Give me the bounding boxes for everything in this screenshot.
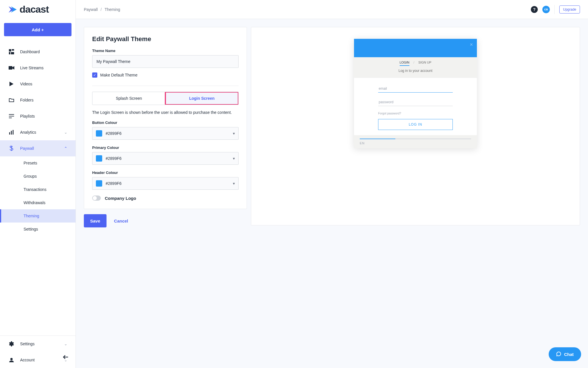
sidebar-item-label: Settings (24, 227, 38, 231)
help-icon[interactable]: ? (531, 6, 538, 13)
avatar[interactable]: CB (542, 6, 550, 13)
sidebar-subitem-groups[interactable]: Groups (0, 170, 76, 183)
sidebar-item-label: Theming (24, 214, 39, 218)
list-icon (8, 114, 15, 118)
cancel-button[interactable]: Cancel (114, 218, 128, 223)
sidebar-item-label: Settings (20, 342, 35, 346)
primary-colour-select[interactable]: #2899F6 ▾ (92, 152, 239, 165)
colour-swatch (96, 155, 102, 162)
sidebar-subitem-presets[interactable]: Presets (0, 156, 76, 170)
chevron-down-icon: ▾ (233, 131, 235, 136)
tab-splash-screen[interactable]: Splash Screen (92, 92, 165, 105)
breadcrumb-separator: / (100, 7, 102, 12)
bars-icon (8, 130, 15, 135)
save-button[interactable]: Save (84, 214, 107, 227)
preview-tab-login[interactable]: LOGIN (400, 61, 409, 66)
divider (92, 86, 239, 86)
sidebar-item-dashboard[interactable]: Dashboard (0, 44, 76, 60)
company-logo-toggle[interactable] (92, 195, 101, 201)
chevron-down-icon: ▾ (233, 181, 235, 186)
breadcrumb: Paywall / Theming (84, 7, 120, 12)
topbar: Paywall / Theming ? CB Upgrade (76, 0, 588, 19)
divider (554, 5, 555, 14)
login-screen-description: The Login Screen is shown before the use… (92, 110, 239, 115)
chat-button[interactable]: Chat (549, 347, 581, 361)
sidebar-item-paywall[interactable]: Paywall ⌃ (0, 140, 76, 156)
edit-theme-panel: Edit Paywall Theme Theme Name ✓ Make Def… (84, 27, 247, 209)
button-colour-label: Button Colour (92, 120, 239, 125)
svg-point-12 (10, 358, 13, 360)
sidebar-item-label: Account (20, 358, 35, 362)
collapse-sidebar-button[interactable] (62, 354, 69, 361)
chat-label: Chat (564, 352, 574, 357)
person-icon (8, 358, 15, 362)
preview-language[interactable]: EN (360, 141, 471, 145)
logo[interactable]: dacast (0, 0, 76, 19)
add-button[interactable]: Add + (4, 23, 71, 36)
sidebar-subitem-withdrawals[interactable]: Withdrawals (0, 196, 76, 209)
sidebar-item-analytics[interactable]: Analytics ⌄ (0, 124, 76, 140)
preview-forgot-password[interactable]: Forgot password? (378, 112, 453, 115)
preview-email-input[interactable]: email (378, 85, 453, 93)
sidebar-subitem-settings[interactable]: Settings (0, 223, 76, 236)
sidebar-item-label: Playlists (20, 114, 35, 118)
sidebar-subitem-transactions[interactable]: Transactions (0, 183, 76, 196)
chevron-up-icon: ⌃ (64, 146, 67, 151)
sidebar-item-folders[interactable]: Folders (0, 92, 76, 108)
chevron-down-icon: ▾ (233, 156, 235, 161)
chevron-down-icon: ⌄ (64, 130, 67, 135)
theme-name-input[interactable] (92, 55, 239, 68)
primary-colour-label: Primary Colour (92, 145, 239, 150)
preview-login-button[interactable]: LOG IN (378, 119, 453, 130)
screen-tabs: Splash Screen Login Screen (92, 92, 239, 105)
sidebar-subitem-theming[interactable]: Theming (0, 209, 76, 223)
sidebar-item-playlists[interactable]: Playlists (0, 108, 76, 124)
svg-rect-3 (11, 52, 14, 54)
play-icon (8, 82, 15, 86)
brand-chevron-icon (8, 5, 18, 14)
close-icon[interactable]: × (470, 42, 473, 48)
sidebar: dacast Add + Dashboard Live Streams Vide… (0, 0, 76, 368)
paywall-preview: × LOGIN / SIGN UP Log in to your account… (354, 39, 477, 148)
svg-rect-8 (9, 132, 10, 135)
sidebar-item-label: Folders (20, 98, 34, 102)
preview-progress (360, 139, 471, 139)
colour-swatch (96, 180, 102, 187)
upgrade-button[interactable]: Upgrade (559, 5, 580, 14)
button-colour-select[interactable]: #2899F6 ▾ (92, 127, 239, 140)
gear-icon (8, 341, 15, 346)
sidebar-item-label: Transactions (24, 187, 47, 192)
sidebar-item-videos[interactable]: Videos (0, 76, 76, 92)
main: Paywall / Theming ? CB Upgrade Edit Payw… (76, 0, 588, 368)
tab-separator: / (413, 61, 414, 66)
colour-value: #2899F6 (106, 156, 121, 161)
sidebar-item-label: Presets (24, 161, 37, 165)
make-default-checkbox[interactable]: ✓ (92, 72, 97, 78)
svg-rect-2 (9, 52, 10, 54)
camera-icon (8, 66, 15, 70)
sidebar-item-label: Withdrawals (24, 200, 45, 205)
svg-rect-0 (9, 49, 11, 51)
colour-value: #2899F6 (106, 131, 121, 136)
panel-title: Edit Paywall Theme (92, 35, 239, 43)
colour-swatch (96, 130, 102, 137)
sidebar-item-label: Analytics (20, 130, 36, 135)
sidebar-item-label: Groups (24, 174, 37, 179)
preview-password-input[interactable]: password (378, 98, 453, 106)
preview-tab-signup[interactable]: SIGN UP (418, 61, 431, 66)
header-colour-select[interactable]: #2899F6 ▾ (92, 177, 239, 190)
breadcrumb-root[interactable]: Paywall (84, 7, 98, 12)
dashboard-icon (8, 49, 15, 54)
svg-rect-4 (9, 66, 12, 70)
sidebar-item-label: Live Streams (20, 66, 44, 70)
tab-login-screen[interactable]: Login Screen (165, 92, 238, 105)
chevron-down-icon: ⌄ (64, 342, 67, 346)
sidebar-item-label: Dashboard (20, 49, 40, 54)
sidebar-item-settings[interactable]: Settings ⌄ (0, 336, 76, 352)
content: Edit Paywall Theme Theme Name ✓ Make Def… (76, 19, 588, 368)
make-default-label: Make Default Theme (100, 73, 138, 77)
svg-rect-9 (11, 131, 12, 135)
sidebar-item-livestreams[interactable]: Live Streams (0, 60, 76, 76)
sidebar-item-label: Videos (20, 82, 32, 86)
colour-value: #2899F6 (106, 181, 121, 186)
